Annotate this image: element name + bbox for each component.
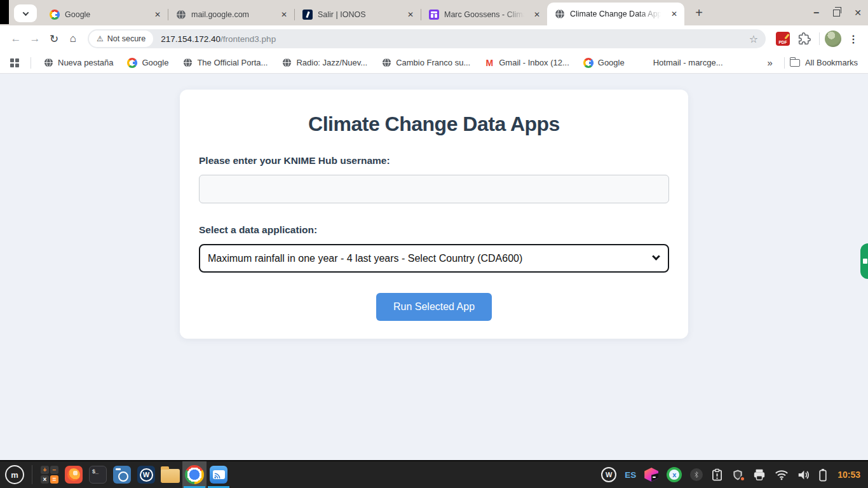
- bookmark-google-2[interactable]: Google: [583, 58, 625, 68]
- tab-title: Salir | IONOS: [318, 10, 400, 19]
- bookmark-google[interactable]: Google: [127, 58, 168, 68]
- tab-mail-google[interactable]: mail.google.com ✕: [168, 4, 294, 25]
- bluetooth-icon[interactable]: [690, 468, 703, 481]
- address-bar[interactable]: ⚠ Not secure 217.154.172.40/frontend3.ph…: [88, 29, 766, 48]
- apps-grid-icon[interactable]: [10, 58, 19, 67]
- globe-favicon-icon: [176, 10, 186, 20]
- restore-window-icon[interactable]: [833, 10, 840, 17]
- bookmark-label: Radio: Jazz/Nuev...: [296, 58, 367, 67]
- folder-icon: [790, 59, 800, 67]
- bookmark-label: Google: [142, 58, 168, 67]
- profile-avatar[interactable]: [825, 30, 841, 47]
- taskbar-firefox[interactable]: [62, 461, 86, 488]
- bookmark-label: The Official Porta...: [197, 58, 268, 67]
- chevron-down-icon: [22, 10, 29, 16]
- app-card: Climate Change Data Apps Please enter yo…: [180, 90, 688, 339]
- language-indicator[interactable]: ES: [625, 470, 636, 480]
- taskbar-divider: [32, 465, 32, 484]
- home-button[interactable]: ⌂: [64, 29, 83, 48]
- globe-favicon-icon: [381, 58, 391, 68]
- bookmarks-overflow-chevron[interactable]: »: [768, 57, 773, 68]
- web-page: Climate Change Data Apps Please enter yo…: [0, 74, 868, 460]
- back-button[interactable]: ←: [6, 29, 25, 48]
- tab-marc-goossens[interactable]: Marc Goossens - Climate Da ✕: [421, 4, 547, 25]
- all-bookmarks-label: All Bookmarks: [805, 58, 858, 67]
- browser-menu-icon[interactable]: ⋮: [845, 33, 862, 45]
- taskbar-file-manager[interactable]: [158, 461, 182, 488]
- cube-app-tray-icon[interactable]: [644, 468, 658, 482]
- remote-desktop-tray-icon[interactable]: x: [667, 467, 682, 482]
- shield-icon[interactable]: [731, 468, 744, 482]
- mint-logo-icon: m: [5, 465, 24, 484]
- extensions-puzzle-icon[interactable]: [795, 29, 814, 48]
- taskbar: m +−×= $_ W W ES x: [0, 460, 868, 488]
- clock[interactable]: 10:53: [837, 470, 860, 480]
- bookmark-gmail-inbox[interactable]: M Gmail - Inbox (12...: [484, 58, 569, 68]
- app-select[interactable]: Maximum rainfall in one year - 4 last ye…: [199, 244, 669, 273]
- tab-google[interactable]: Google ✕: [42, 4, 168, 25]
- security-chip-label: Not secure: [107, 34, 146, 43]
- printer-icon[interactable]: [752, 468, 766, 481]
- username-label: Please enter your KNIME Hub username:: [199, 155, 669, 166]
- close-tab-icon[interactable]: ✕: [405, 10, 416, 19]
- windscribe-tray-icon[interactable]: W: [601, 467, 616, 482]
- taskbar-calculator[interactable]: +−×=: [37, 461, 62, 488]
- browser-toolbar: ← → ↻ ⌂ ⚠ Not secure 217.154.172.40/fron…: [0, 25, 868, 52]
- bookmark-official-portal[interactable]: The Official Porta...: [182, 58, 268, 68]
- terminal-icon: $_: [89, 466, 107, 484]
- mint-menu-button[interactable]: m: [3, 461, 27, 488]
- taskbar-screenshot-tool[interactable]: [110, 461, 134, 488]
- url-host: 217.154.172.40: [161, 34, 220, 44]
- volume-icon[interactable]: [797, 469, 810, 481]
- taskbar-screencast[interactable]: [207, 461, 231, 488]
- tab-ionos[interactable]: Salir | IONOS ✕: [295, 4, 421, 25]
- tab-title: Climate Change Data Apps: [570, 10, 664, 18]
- window-controls: – ✕: [813, 0, 862, 25]
- close-tab-icon[interactable]: ✕: [153, 10, 163, 19]
- taskbar-terminal[interactable]: $_: [86, 461, 110, 488]
- battery-icon[interactable]: [818, 468, 827, 482]
- run-selected-app-button[interactable]: Run Selected App: [376, 293, 492, 321]
- globe-favicon-icon: [555, 9, 565, 19]
- tab-strip: Google ✕ mail.google.com ✕ Salir | IONOS…: [0, 0, 868, 25]
- clipboard-icon[interactable]: [711, 468, 723, 482]
- google-favicon-icon: [50, 10, 60, 20]
- tab-title: Marc Goossens - Climate Da: [444, 10, 527, 19]
- tab-climate-change-data-apps[interactable]: Climate Change Data Apps ✕: [547, 3, 684, 25]
- close-tab-icon[interactable]: ✕: [669, 10, 679, 18]
- microsoft-favicon-icon: [639, 58, 649, 68]
- username-input[interactable]: [199, 175, 669, 203]
- url-text: 217.154.172.40/frontend3.php: [161, 34, 747, 44]
- close-window-icon[interactable]: ✕: [854, 8, 862, 18]
- close-tab-icon[interactable]: ✕: [279, 10, 289, 19]
- bookmarks-divider: [784, 57, 785, 69]
- globe-favicon-icon: [182, 58, 193, 68]
- bookmark-label: Cambio Franco su...: [396, 58, 470, 67]
- tab-search-button[interactable]: [14, 4, 37, 22]
- close-tab-icon[interactable]: ✕: [532, 10, 542, 19]
- bookmark-hotmail[interactable]: Hotmail - marcge...: [639, 58, 723, 68]
- security-chip[interactable]: ⚠ Not secure: [89, 30, 153, 47]
- pdf-extension-icon[interactable]: PDF: [776, 32, 790, 46]
- windscribe-icon: W: [137, 466, 155, 484]
- taskbar-chrome[interactable]: [182, 461, 207, 488]
- system-tray: W ES x 10:53: [601, 467, 868, 482]
- side-panel-widget[interactable]: [860, 243, 868, 279]
- toolbar-divider: [819, 32, 820, 45]
- bookmark-star-icon[interactable]: ☆: [748, 33, 759, 45]
- bookmark-radio-jazz[interactable]: Radio: Jazz/Nuev...: [281, 58, 367, 68]
- wifi-icon[interactable]: [775, 470, 789, 480]
- minimize-window-icon[interactable]: –: [813, 7, 819, 18]
- bookmark-cambio-franco[interactable]: Cambio Franco su...: [381, 58, 470, 68]
- taskbar-windscribe[interactable]: W: [134, 461, 158, 488]
- bookmark-nueva-pestana[interactable]: Nueva pestaña: [43, 58, 113, 68]
- google-favicon-icon: [127, 58, 137, 68]
- forward-button[interactable]: →: [25, 29, 44, 48]
- new-tab-button[interactable]: +: [691, 6, 707, 20]
- google-favicon-icon: [583, 58, 593, 68]
- all-bookmarks-button[interactable]: All Bookmarks: [790, 58, 858, 67]
- app-select-label: Select a data application:: [199, 224, 669, 236]
- reload-button[interactable]: ↻: [44, 29, 64, 48]
- globe-favicon-icon: [281, 58, 292, 68]
- bookmark-label: Hotmail - marcge...: [653, 58, 723, 67]
